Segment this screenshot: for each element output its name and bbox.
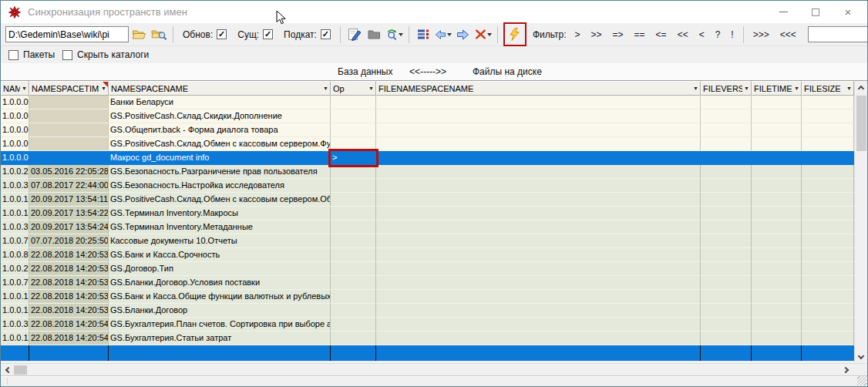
lightning-sync-button[interactable]	[506, 25, 524, 44]
cell-ns[interactable]: GS.Терминал Inventory.Макросы	[109, 207, 331, 220]
cell-file[interactable]	[376, 137, 701, 151]
table-row[interactable]: 1.0.0.1420.09.2017 13:54:11GS.PositiveCa…	[1, 193, 854, 207]
cell-ns[interactable]: GS.Бланки.Договор	[109, 304, 331, 318]
checkbox-packages[interactable]	[8, 50, 19, 60]
cell-ftime[interactable]	[752, 262, 802, 276]
cell-ns[interactable]: GS.PositiveCash.Склад.Скидки.Дополнение	[109, 109, 331, 123]
cell-name[interactable]: 1.0.0.0	[1, 137, 29, 151]
filter-op-lteq[interactable]: <=	[656, 29, 667, 40]
cell-ver[interactable]	[701, 137, 752, 151]
cell-ver[interactable]	[701, 234, 752, 248]
filter-op-eqeq[interactable]: ==	[634, 29, 645, 40]
cell-name[interactable]: 1.0.0.0	[1, 151, 29, 165]
filter-dropdown-icon[interactable]: ▼	[367, 86, 374, 91]
checkbox-hide-folders[interactable]	[62, 50, 72, 60]
cell-name[interactable]: 1.0.0.16	[1, 304, 29, 318]
cell-name[interactable]: 1.0.0.1	[1, 290, 29, 304]
cell-ftime[interactable]	[752, 165, 802, 179]
column-header-ver[interactable]: FILEVERSI▼	[701, 81, 752, 96]
cell-ftime[interactable]	[752, 137, 802, 151]
filter-op-lt[interactable]: <	[699, 29, 705, 40]
cell-fsize[interactable]	[802, 207, 854, 220]
cell-ver[interactable]	[701, 193, 752, 207]
cell-file[interactable]	[376, 207, 701, 220]
filter-op-gt[interactable]: >	[575, 29, 580, 40]
cell-time[interactable]	[29, 151, 109, 165]
cell-ver[interactable]	[701, 123, 752, 137]
close-button[interactable]: ×	[832, 2, 864, 23]
cell-ns[interactable]: Макрос gd_document info	[109, 151, 331, 165]
cell-ns[interactable]: GS.Безопасность.Настройка исследователя	[109, 179, 331, 193]
cell-name[interactable]: 1.0.0.7	[1, 276, 29, 290]
cell-ftime[interactable]	[752, 109, 802, 123]
cell-file[interactable]	[376, 262, 701, 276]
cell-ver[interactable]	[701, 304, 752, 318]
cell-time[interactable]: 20.09.2017 13:54:22	[29, 207, 109, 220]
scroll-right-button[interactable]	[840, 364, 853, 376]
cell-ns[interactable]: GS.Банк и Касса.Общие функции валютных и…	[109, 290, 331, 304]
filter-op-ltlt[interactable]: <<	[678, 29, 688, 40]
cell-fsize[interactable]	[802, 318, 854, 331]
filter-op-question[interactable]: ?	[715, 29, 721, 40]
cell-op[interactable]	[331, 109, 376, 123]
cell-time[interactable]	[29, 96, 109, 109]
cell-ns[interactable]: GS.PositiveCash.Склад.Обмен с кассовым с…	[109, 137, 331, 151]
cell-name[interactable]: 1.0.0.0	[1, 109, 29, 123]
cell-name[interactable]: 1.0.0.0	[1, 96, 29, 109]
filter-dropdown-icon[interactable]: ▼	[845, 86, 852, 91]
cell-time[interactable]	[29, 109, 109, 123]
cell-op[interactable]	[331, 193, 376, 207]
table-row[interactable]: 1.0.0.1820.09.2017 13:54:22GS.Терминал I…	[1, 207, 854, 220]
table-row[interactable]: 1.0.0.322.08.2018 14:20:54GS.Бухгалтерия…	[1, 318, 854, 331]
cell-file[interactable]	[376, 193, 701, 207]
filter-text-input[interactable]	[808, 26, 868, 42]
column-header-fsize[interactable]: FILESIZE▼	[802, 81, 854, 96]
cell-ns[interactable]: Кассовые документы 10.Отчеты	[109, 234, 331, 248]
cell-ftime[interactable]	[752, 290, 802, 304]
cell-file[interactable]	[376, 123, 701, 137]
scroll-down-button[interactable]	[855, 350, 868, 363]
cell-file[interactable]	[376, 220, 701, 234]
resize-grip-icon[interactable]	[857, 376, 866, 385]
column-header-ns[interactable]: NAMESPACENAME▼	[109, 81, 331, 96]
cell-fsize[interactable]	[802, 165, 854, 179]
cell-fsize[interactable]	[802, 179, 854, 193]
cell-file[interactable]	[376, 276, 701, 290]
cell-ftime[interactable]	[752, 179, 802, 193]
list-options-button[interactable]	[414, 25, 432, 44]
cell-ver[interactable]	[701, 96, 752, 109]
table-row[interactable]: 1.0.0.0GS.Общепит.back - Форма диалога т…	[1, 123, 854, 137]
cell-ver[interactable]	[701, 179, 752, 193]
cell-time[interactable]: 22.08.2018 14:20:54	[29, 318, 109, 331]
column-header-name[interactable]: NAME▼	[1, 81, 29, 96]
cell-time[interactable]: 20.09.2017 13:54:11	[29, 193, 109, 207]
cell-time[interactable]: 22.08.2018 14:20:53	[29, 262, 109, 276]
table-row[interactable]: 1.0.0.307.08.2017 22:44:00GS.Безопасност…	[1, 179, 854, 193]
cell-op[interactable]	[331, 165, 376, 179]
cell-op[interactable]	[331, 137, 376, 151]
folder-open-button[interactable]	[130, 25, 148, 44]
search-refresh-button[interactable]	[385, 25, 404, 44]
cell-file[interactable]	[376, 331, 701, 345]
table-row[interactable]: 1.0.0.0GS.PositiveCash.Склад.Обмен с кас…	[1, 137, 854, 151]
cell-fsize[interactable]	[802, 262, 854, 276]
vertical-scrollbar[interactable]	[854, 81, 867, 363]
cell-ver[interactable]	[701, 165, 752, 179]
cell-ver[interactable]	[701, 318, 752, 331]
vertical-scroll-thumb[interactable]	[856, 96, 866, 151]
cell-name[interactable]: 1.0.0.7	[1, 234, 29, 248]
dropdown-caret-icon[interactable]	[487, 33, 492, 36]
cell-ns[interactable]: GS.Договор.Тип	[109, 262, 331, 276]
cell-name[interactable]: 1.0.0.3	[1, 318, 29, 331]
cell-fsize[interactable]	[802, 151, 854, 165]
cell-time[interactable]: 22.08.2018 14:20:53	[29, 304, 109, 318]
filter-dropdown-icon[interactable]: ▼	[691, 86, 698, 91]
cell-ns[interactable]: GS.Терминал Inventory.Метаданные	[109, 220, 331, 234]
cell-fsize[interactable]	[802, 137, 854, 151]
table-row[interactable]: 1.0.0.1622.08.2018 14:20:53GS.Бланки.Дог…	[1, 304, 854, 318]
scroll-left-button[interactable]	[1, 364, 14, 376]
cell-fsize[interactable]	[802, 290, 854, 304]
cell-fsize[interactable]	[802, 331, 854, 345]
checkbox-subfolders[interactable]: ✓	[321, 29, 331, 39]
cell-time[interactable]: 03.05.2016 22:05:28	[29, 165, 109, 179]
